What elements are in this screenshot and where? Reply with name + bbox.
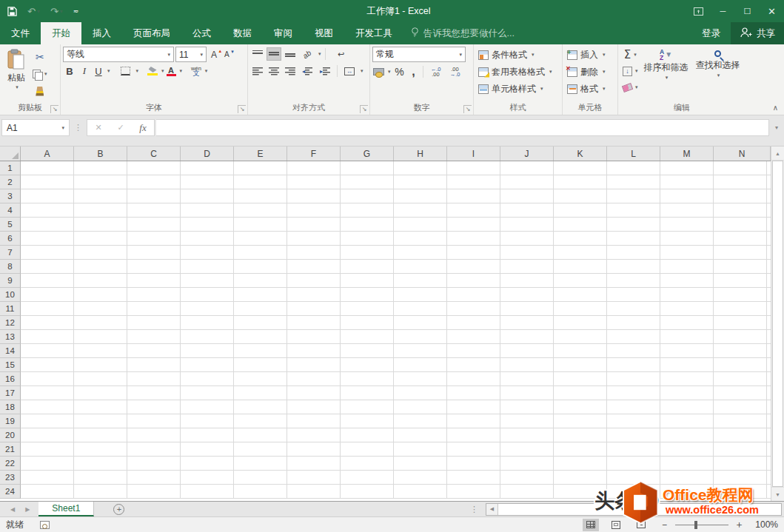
- font-dialog-launcher-icon[interactable]: ↘: [238, 105, 246, 113]
- copy-button[interactable]: ▾: [30, 67, 50, 81]
- zoom-slider-thumb[interactable]: [694, 521, 697, 529]
- vertical-scroll-thumb[interactable]: [772, 161, 783, 487]
- insert-cells-button[interactable]: 插入▾: [565, 47, 615, 63]
- zoom-out-icon[interactable]: －: [660, 518, 669, 531]
- row-cells[interactable]: [21, 471, 771, 484]
- row-header-22[interactable]: 22: [0, 457, 21, 471]
- row-header-15[interactable]: 15: [0, 358, 21, 372]
- cancel-entry-icon[interactable]: ✕: [87, 123, 110, 132]
- column-header-A[interactable]: A: [21, 147, 74, 161]
- row-header-6[interactable]: 6: [0, 232, 21, 246]
- row-cells[interactable]: [21, 316, 771, 329]
- merge-dropdown-icon[interactable]: ▾: [361, 68, 363, 74]
- column-header-N[interactable]: N: [714, 147, 771, 161]
- insert-dropdown-icon[interactable]: ▾: [603, 52, 606, 58]
- font-color-button[interactable]: A: [166, 66, 177, 77]
- insert-function-icon[interactable]: fx: [132, 122, 154, 134]
- fill-button[interactable]: ↓▾: [620, 64, 640, 78]
- paste-dropdown-icon[interactable]: ▾: [16, 84, 19, 90]
- row-cells[interactable]: [21, 189, 771, 203]
- cell-styles-dropdown-icon[interactable]: ▾: [540, 86, 543, 92]
- font-size-dropdown-icon[interactable]: ▾: [200, 52, 203, 58]
- row-header-16[interactable]: 16: [0, 372, 21, 386]
- row-header-21[interactable]: 21: [0, 442, 21, 457]
- expand-formula-bar-icon[interactable]: ▾: [771, 124, 783, 131]
- row-cells[interactable]: [21, 414, 771, 428]
- row-header-9[interactable]: 9: [0, 274, 21, 288]
- cell-styles-button[interactable]: 单元格样式▾: [476, 81, 560, 97]
- row-header-8[interactable]: 8: [0, 260, 21, 274]
- tab-数据[interactable]: 数据: [222, 22, 263, 44]
- row-cells[interactable]: [21, 260, 771, 273]
- italic-button[interactable]: I: [78, 64, 91, 78]
- comma-style-button[interactable]: ,: [409, 64, 419, 79]
- zoom-in-icon[interactable]: ＋: [734, 518, 744, 531]
- increase-decimal-button[interactable]: ←.0.00: [427, 66, 445, 78]
- select-all-corner[interactable]: [0, 147, 21, 161]
- format-dropdown-icon[interactable]: ▾: [603, 86, 606, 92]
- save-icon[interactable]: [7, 7, 17, 16]
- formula-input[interactable]: [156, 119, 769, 136]
- cut-button[interactable]: ✂: [30, 50, 50, 64]
- column-header-F[interactable]: F: [287, 147, 341, 161]
- ribbon-display-options-icon[interactable]: [686, 0, 711, 22]
- clear-button[interactable]: ▾: [620, 80, 640, 95]
- row-cells[interactable]: [21, 457, 771, 470]
- orientation-dropdown-icon[interactable]: ▾: [318, 51, 321, 57]
- format-painter-button[interactable]: [30, 84, 50, 98]
- font-color-dropdown-icon[interactable]: ▾: [180, 68, 183, 74]
- scroll-down-icon[interactable]: ▼: [771, 487, 784, 501]
- fill-color-dropdown-icon[interactable]: ▾: [161, 68, 164, 74]
- row-header-4[interactable]: 4: [0, 203, 21, 218]
- page-layout-view-button[interactable]: [608, 519, 624, 531]
- row-header-19[interactable]: 19: [0, 414, 21, 428]
- font-size-combo[interactable]: 11▾: [175, 47, 207, 62]
- name-box[interactable]: A1▾: [1, 119, 70, 136]
- row-cells[interactable]: [21, 442, 771, 456]
- row-header-18[interactable]: 18: [0, 400, 21, 414]
- sort-filter-dropdown-icon[interactable]: ▾: [666, 75, 669, 81]
- column-header-H[interactable]: H: [394, 147, 447, 161]
- merge-center-button[interactable]: ↔: [341, 64, 358, 78]
- row-header-3[interactable]: 3: [0, 189, 21, 203]
- shrink-font-button[interactable]: A▾: [221, 50, 232, 59]
- confirm-entry-icon[interactable]: ✓: [110, 123, 132, 132]
- row-cells[interactable]: [21, 330, 771, 343]
- row-header-23[interactable]: 23: [0, 471, 21, 485]
- zoom-slider[interactable]: [675, 525, 728, 525]
- phonetic-button[interactable]: wén文: [190, 65, 202, 77]
- redo-dropdown-icon[interactable]: ▾: [60, 8, 63, 15]
- align-center-button[interactable]: [267, 64, 281, 78]
- bold-button[interactable]: B: [63, 65, 76, 78]
- row-header-5[interactable]: 5: [0, 218, 21, 232]
- name-box-dropdown-icon[interactable]: ▾: [61, 125, 64, 131]
- undo-dropdown-icon[interactable]: ▾: [37, 8, 40, 15]
- clipboard-dialog-launcher-icon[interactable]: ↘: [50, 105, 58, 113]
- row-header-7[interactable]: 7: [0, 246, 21, 260]
- normal-view-button[interactable]: [583, 519, 599, 531]
- fill-dropdown-icon[interactable]: ▾: [635, 68, 638, 74]
- percent-style-button[interactable]: %: [392, 65, 407, 78]
- column-header-J[interactable]: J: [500, 147, 554, 161]
- column-header-D[interactable]: D: [181, 147, 234, 161]
- sign-in-button[interactable]: 登录: [691, 22, 731, 44]
- align-bottom-button[interactable]: [283, 47, 298, 61]
- row-header-24[interactable]: 24: [0, 485, 21, 499]
- accounting-format-button[interactable]: [372, 67, 385, 78]
- format-cells-button[interactable]: 格式▾: [565, 81, 615, 97]
- autosum-dropdown-icon[interactable]: ▾: [634, 52, 637, 58]
- sheet-tab-sheet1[interactable]: Sheet1: [38, 502, 94, 516]
- alignment-dialog-launcher-icon[interactable]: ↘: [360, 105, 368, 113]
- row-cells[interactable]: [21, 246, 771, 259]
- orientation-button[interactable]: ab: [299, 47, 315, 61]
- format-as-table-button[interactable]: 套用表格格式▾: [476, 64, 560, 80]
- row-header-11[interactable]: 11: [0, 302, 21, 316]
- row-header-1[interactable]: 1: [0, 161, 21, 175]
- scroll-up-icon[interactable]: ▲: [771, 147, 784, 161]
- vertical-scrollbar[interactable]: ▲ ▼: [771, 147, 784, 501]
- horizontal-scroll-thumb[interactable]: [498, 504, 781, 515]
- tab-开发工具[interactable]: 开发工具: [344, 22, 403, 44]
- accounting-dropdown-icon[interactable]: ▾: [388, 69, 391, 75]
- clear-dropdown-icon[interactable]: ▾: [635, 84, 638, 90]
- share-button[interactable]: 共享: [731, 22, 784, 44]
